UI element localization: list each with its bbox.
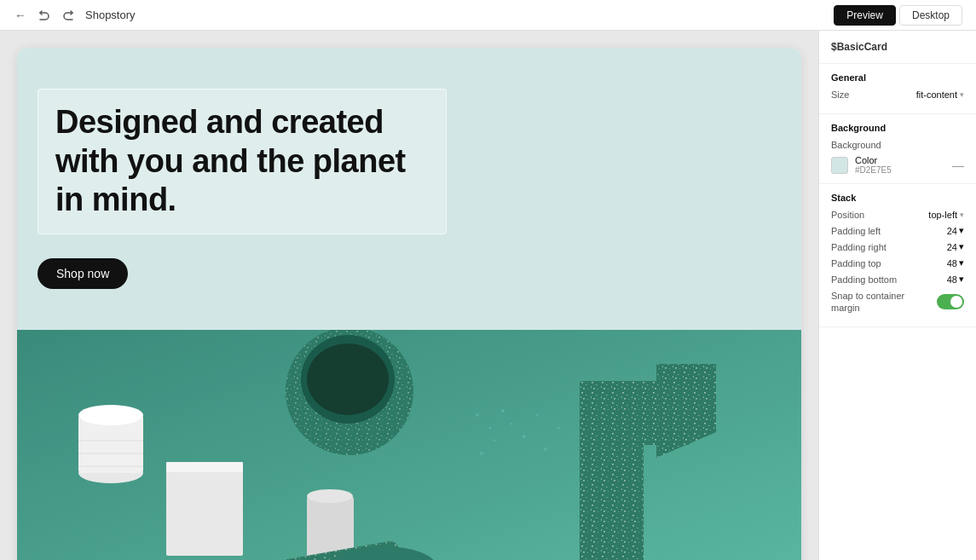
svg-point-22 — [307, 489, 353, 503]
shop-now-button[interactable]: Shop now — [38, 258, 128, 289]
svg-point-31 — [480, 452, 483, 455]
svg-point-33 — [523, 435, 526, 438]
canvas: Designed and created with you and the pl… — [0, 31, 818, 560]
color-info: Color #D2E7E5 — [855, 155, 892, 175]
headline-box[interactable]: Designed and created with you and the pl… — [38, 89, 447, 234]
padding-bottom-value[interactable]: 48 ▾ — [947, 274, 964, 285]
svg-point-28 — [489, 426, 492, 429]
svg-point-34 — [536, 413, 539, 416]
padding-top-label: Padding top — [831, 258, 881, 268]
background-label: Background — [831, 140, 964, 150]
padding-right-label: Padding right — [831, 242, 886, 252]
topbar-tabs: Preview Desktop — [834, 5, 962, 26]
color-dot[interactable] — [831, 157, 848, 174]
general-section-title: General — [831, 72, 964, 83]
background-section-title: Background — [831, 123, 964, 133]
main-area: Designed and created with you and the pl… — [0, 31, 976, 560]
position-chevron-icon: ▾ — [960, 211, 964, 219]
svg-point-29 — [501, 409, 505, 413]
padding-bottom-chevron-icon: ▾ — [959, 274, 964, 285]
redo-icon[interactable] — [61, 9, 75, 22]
position-label: Position — [831, 210, 864, 220]
svg-point-35 — [544, 447, 547, 451]
size-field-row: Size fit-content ▾ — [831, 89, 964, 100]
card-photo-section — [17, 330, 801, 560]
size-label: Size — [831, 89, 849, 100]
panel-background-section: Background Background Color #D2E7E5 — — [819, 114, 976, 184]
padding-right-chevron-icon: ▾ — [959, 241, 964, 252]
snap-to-container-row: Snap to container margin — [831, 290, 964, 315]
back-icon[interactable]: ← — [14, 9, 27, 22]
padding-left-chevron-icon: ▾ — [959, 225, 964, 236]
topbar: ← Shopstory Preview Desktop — [0, 0, 976, 31]
right-panel: $BasicCard General Size fit-content ▾ Ba… — [818, 31, 976, 560]
svg-rect-14 — [166, 462, 243, 472]
size-value[interactable]: fit-content ▾ — [916, 89, 964, 100]
stack-section-title: Stack — [831, 193, 964, 203]
color-swatch-left: Color #D2E7E5 — [831, 155, 892, 175]
panel-stack-section: Stack Position top-left ▾ Padding left 2… — [819, 184, 976, 327]
svg-rect-13 — [166, 471, 243, 556]
padding-left-value[interactable]: 24 ▾ — [947, 225, 964, 236]
padding-bottom-row: Padding bottom 48 ▾ — [831, 274, 964, 285]
color-swatch-row: Color #D2E7E5 — — [831, 155, 964, 175]
padding-top-row: Padding top 48 ▾ — [831, 257, 964, 268]
color-hex: #D2E7E5 — [855, 165, 892, 175]
svg-point-9 — [78, 405, 143, 425]
svg-point-30 — [494, 439, 496, 442]
card-top-section: Designed and created with you and the pl… — [17, 48, 801, 330]
snap-label: Snap to container margin — [831, 290, 933, 315]
svg-point-27 — [476, 413, 479, 417]
padding-left-label: Padding left — [831, 226, 881, 236]
topbar-left: ← Shopstory — [14, 9, 136, 22]
padding-left-row: Padding left 24 ▾ — [831, 225, 964, 236]
padding-top-chevron-icon: ▾ — [959, 257, 964, 268]
color-name: Color — [855, 155, 892, 165]
position-value[interactable]: top-left ▾ — [928, 210, 964, 220]
card-wrapper: Designed and created with you and the pl… — [17, 48, 801, 560]
svg-point-18 — [307, 344, 389, 415]
undo-icon[interactable] — [38, 9, 51, 22]
tab-desktop[interactable]: Desktop — [899, 5, 962, 26]
padding-right-value[interactable]: 24 ▾ — [947, 241, 964, 252]
panel-component-name: $BasicCard — [819, 31, 976, 64]
svg-point-32 — [511, 422, 513, 424]
panel-general-section: General Size fit-content ▾ — [819, 64, 976, 114]
padding-bottom-label: Padding bottom — [831, 274, 897, 285]
tab-preview[interactable]: Preview — [834, 5, 896, 26]
remove-color-button[interactable]: — — [952, 159, 964, 172]
size-chevron-icon: ▾ — [960, 90, 964, 99]
position-field-row: Position top-left ▾ — [831, 210, 964, 220]
svg-point-36 — [557, 426, 560, 429]
snap-toggle[interactable] — [937, 294, 964, 309]
product-scene — [17, 330, 801, 560]
padding-right-row: Padding right 24 ▾ — [831, 241, 964, 252]
headline-text: Designed and created with you and the pl… — [55, 103, 429, 220]
padding-top-value[interactable]: 48 ▾ — [947, 257, 964, 268]
app-title: Shopstory — [85, 9, 136, 21]
